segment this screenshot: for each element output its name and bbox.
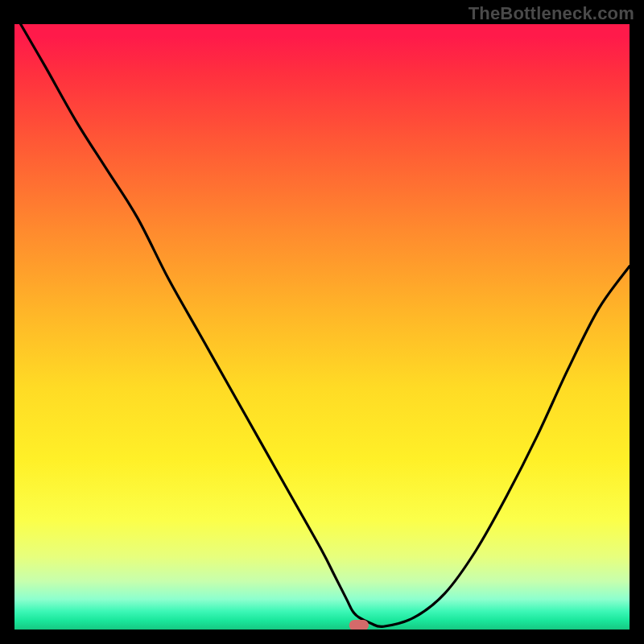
watermark-label: TheBottleneck.com xyxy=(469,3,634,24)
plot-area xyxy=(14,24,630,630)
chart-frame: TheBottleneck.com xyxy=(0,0,644,644)
gradient-background xyxy=(14,24,630,630)
